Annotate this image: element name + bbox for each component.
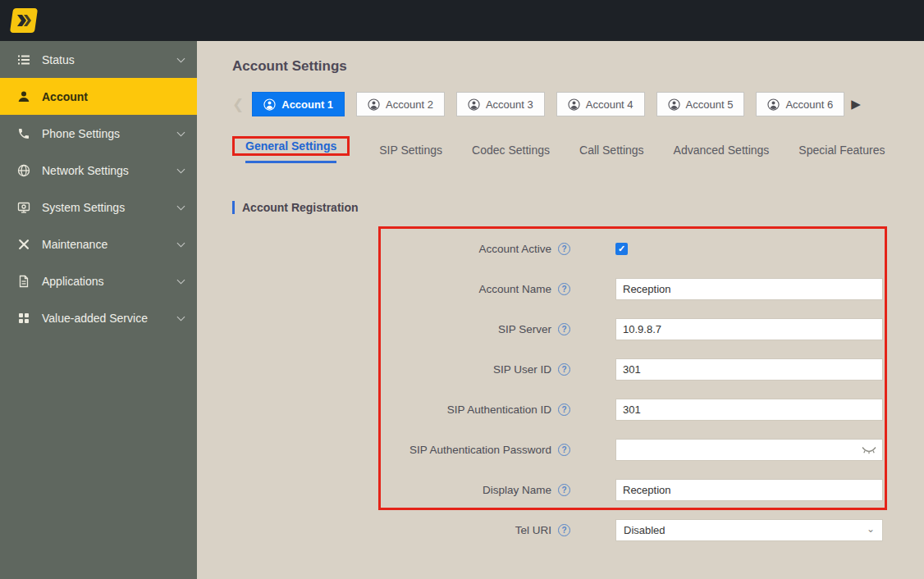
- form-row-sip-authentication-password: SIP Authentication Password ?: [232, 430, 924, 470]
- sip-authentication-id-input[interactable]: [615, 399, 883, 421]
- form-row-tel-uri: Tel URI ? Disabled ⌄: [232, 510, 924, 550]
- sidebar-item-label: Applications: [42, 275, 104, 288]
- highlight-box-general-settings: General Settings: [232, 136, 350, 156]
- help-icon[interactable]: ?: [558, 363, 570, 376]
- account-tab-6[interactable]: Account 6: [756, 92, 844, 116]
- field-label: SIP Authentication Password: [409, 444, 551, 456]
- sidebar-item-account[interactable]: Account: [0, 78, 197, 115]
- help-icon[interactable]: ?: [558, 243, 570, 255]
- chevron-down-icon: [177, 54, 185, 62]
- tab-call-settings[interactable]: Call Settings: [579, 136, 644, 166]
- sidebar-item-label: System Settings: [42, 201, 125, 214]
- tab-sip-settings[interactable]: SIP Settings: [379, 136, 442, 166]
- sip-user-id-input[interactable]: [615, 358, 883, 381]
- sidebar-item-label: Network Settings: [42, 164, 129, 177]
- eye-closed-icon[interactable]: [862, 446, 876, 455]
- account-tab-3[interactable]: Account 3: [456, 92, 545, 116]
- tab-advanced-settings[interactable]: Advanced Settings: [674, 136, 770, 166]
- sidebar-item-phone-settings[interactable]: Phone Settings: [0, 115, 197, 152]
- account-tab-4[interactable]: Account 4: [556, 92, 645, 116]
- sidebar-item-status[interactable]: Status: [0, 41, 197, 78]
- sidebar-item-label: Maintenance: [42, 238, 107, 251]
- sip-authentication-password-input[interactable]: [615, 439, 883, 461]
- sidebar-item-label: Phone Settings: [42, 127, 120, 140]
- sidebar-item-label: Account: [42, 90, 88, 103]
- tab-special-features[interactable]: Special Features: [798, 136, 885, 166]
- field-label: Tel URI: [515, 524, 551, 536]
- chevron-down-icon: [177, 312, 185, 321]
- account-tab-label: Account 3: [486, 98, 533, 111]
- help-icon[interactable]: ?: [558, 524, 570, 536]
- person-circle-icon: [263, 98, 276, 111]
- account-tab-label: Account 6: [785, 98, 833, 111]
- account-name-input[interactable]: [615, 278, 883, 300]
- top-bar: [0, 0, 924, 41]
- form-row-sip-server: SIP Server ?: [232, 309, 924, 349]
- account-tab-label: Account 5: [686, 98, 734, 111]
- grid-icon: [16, 311, 31, 326]
- form-row-account-name: Account Name ?: [232, 269, 924, 309]
- field-label: SIP User ID: [493, 363, 551, 376]
- help-icon[interactable]: ?: [558, 403, 570, 416]
- display-name-input[interactable]: [615, 479, 883, 501]
- chevron-down-icon: [177, 239, 185, 247]
- account-tab-bar: ❮ Account 1: [232, 92, 924, 116]
- form-row-sip-authentication-id: SIP Authentication ID ?: [232, 390, 924, 430]
- tab-codec-settings[interactable]: Codec Settings: [472, 136, 550, 166]
- field-label: SIP Authentication ID: [447, 403, 551, 416]
- person-icon: [16, 89, 31, 104]
- account-tab-2[interactable]: Account 2: [356, 92, 445, 116]
- main-content: Account Settings ❮ Account 1: [197, 41, 924, 579]
- help-icon[interactable]: ?: [558, 283, 570, 295]
- field-label: Account Active: [478, 243, 551, 255]
- help-icon[interactable]: ?: [558, 484, 570, 496]
- status-list-icon: [16, 52, 31, 67]
- person-circle-icon: [767, 98, 780, 111]
- chevron-down-icon: [177, 165, 185, 173]
- account-active-checkbox[interactable]: ✓: [615, 243, 628, 255]
- sidebar-item-applications[interactable]: Applications: [0, 262, 197, 299]
- form-row-account-active: Account Active ? ✓: [232, 229, 924, 269]
- form-row-display-name: Display Name ?: [232, 470, 924, 510]
- account-tab-1[interactable]: Account 1: [252, 92, 345, 116]
- help-icon[interactable]: ?: [558, 323, 570, 335]
- account-tab-label: Account 1: [281, 98, 333, 111]
- phone-icon: [16, 126, 31, 141]
- system-monitor-icon: [16, 200, 31, 215]
- sidebar: Status Account Phone Settings N: [0, 41, 197, 579]
- tel-uri-selected-value: Disabled: [624, 524, 666, 536]
- account-tab-label: Account 2: [386, 98, 433, 111]
- chevron-down-icon: [177, 276, 185, 284]
- field-label: SIP Server: [498, 323, 551, 335]
- person-circle-icon: [368, 98, 380, 111]
- sidebar-item-label: Value-added Service: [42, 312, 148, 325]
- field-label: Display Name: [483, 484, 551, 496]
- settings-tab-bar: General Settings SIP Settings Codec Sett…: [232, 136, 924, 166]
- sidebar-item-system-settings[interactable]: System Settings: [0, 189, 197, 226]
- help-icon[interactable]: ?: [558, 444, 570, 456]
- page-title: Account Settings: [232, 58, 924, 75]
- person-circle-icon: [568, 98, 580, 111]
- sidebar-item-label: Status: [42, 53, 75, 66]
- sip-server-input[interactable]: [615, 318, 883, 340]
- section-accent-bar: [232, 201, 235, 214]
- applications-doc-icon: [16, 274, 31, 289]
- account-tab-label: Account 4: [586, 98, 634, 111]
- tab-general-settings[interactable]: General Settings: [245, 132, 336, 163]
- chevron-down-icon: ⌄: [867, 523, 875, 535]
- account-registration-form: Account Active ? ✓ Account Name ? SIP Se…: [232, 229, 924, 550]
- sidebar-item-value-added-service[interactable]: Value-added Service: [0, 299, 197, 336]
- next-accounts-arrow-icon[interactable]: ▶: [851, 97, 861, 112]
- network-globe-icon: [16, 163, 31, 178]
- section-title: Account Registration: [242, 201, 359, 214]
- person-circle-icon: [468, 98, 480, 111]
- chevron-down-icon: [177, 128, 185, 136]
- person-circle-icon: [668, 98, 680, 111]
- chevron-down-icon: [177, 202, 185, 210]
- account-tab-5[interactable]: Account 5: [656, 92, 745, 116]
- prev-accounts-arrow-icon[interactable]: ❮: [232, 96, 244, 113]
- field-label: Account Name: [478, 283, 551, 295]
- tel-uri-select[interactable]: Disabled ⌄: [615, 519, 883, 541]
- sidebar-item-maintenance[interactable]: Maintenance: [0, 226, 197, 262]
- sidebar-item-network-settings[interactable]: Network Settings: [0, 152, 197, 189]
